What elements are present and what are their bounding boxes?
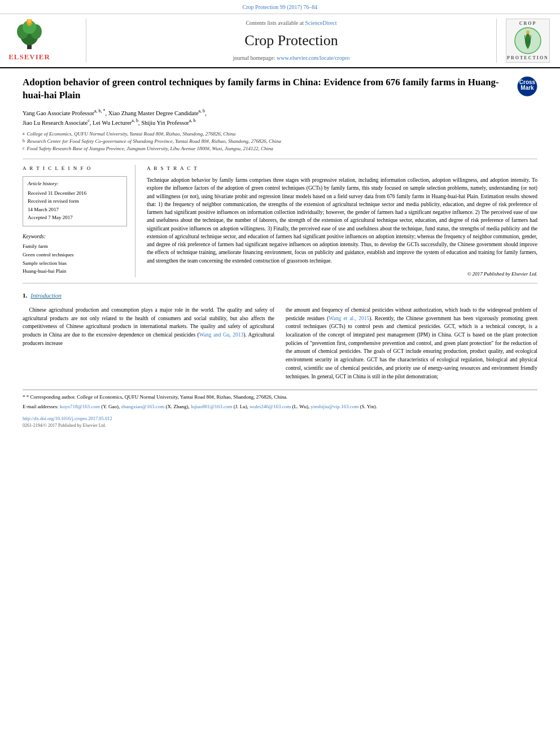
header-divider	[23, 159, 537, 159]
affiliation-a: a College of Economics, QUFU Normal Univ…	[23, 130, 537, 138]
link-wang-et-al[interactable]: Wang et al., 2015	[329, 316, 369, 321]
introduction-two-col: Chinese agricultural production and cons…	[23, 306, 537, 381]
email-link-wu[interactable]: wulei246@163.com	[250, 404, 291, 409]
link-wang-gu[interactable]: Wang and Gu, 2013	[199, 332, 244, 338]
affiliations: a College of Economics, QUFU Normal Univ…	[23, 130, 537, 152]
corresponding-author-text: * Corresponding author. College of Econo…	[27, 394, 287, 400]
affil-b-text: Research Center for Food Safety Co-gover…	[27, 138, 281, 145]
keyword-1: Family farm	[23, 243, 127, 250]
email-link-gao[interactable]: koyo718@163.com	[60, 404, 100, 409]
sciencedirect-link[interactable]: ScienceDirect	[305, 20, 336, 26]
email-link-yin[interactable]: yinshijiu@vip.163.com	[310, 404, 358, 409]
keywords-title: Keywords:	[23, 233, 127, 241]
svg-point-8	[526, 30, 530, 34]
star-symbol: *	[23, 394, 27, 400]
journal-reference-bar: Crop Protection 99 (2017) 76–84	[0, 0, 560, 14]
article-info-label: A R T I C L E I N F O	[23, 165, 127, 172]
elsevier-wordmark: ELSEVIER	[8, 52, 50, 62]
article-history-box: Article history: Received 31 December 20…	[23, 176, 127, 226]
accepted-date: Accepted 7 May 2017	[28, 214, 122, 221]
section-heading: Introduction	[30, 291, 62, 300]
author-comma: ,	[205, 110, 207, 116]
journal-header: ELSEVIER Contents lists available at Sci…	[0, 14, 560, 68]
elsevier-tree-icon	[7, 19, 52, 50]
intro-right-para: the amount and frequency of chemical pes…	[286, 306, 537, 381]
main-content: Adoption behavior of green control techn…	[0, 68, 560, 437]
crop-logo-bottom-text: PROTECTION	[507, 55, 549, 61]
crop-logo-icon	[514, 27, 542, 55]
author-yang-gao: Yang Gao Associate Professor	[23, 110, 94, 116]
doi-link[interactable]: http://dx.doi.org/10.1016/j.cropro.2017.…	[23, 416, 112, 421]
crossmark-icon: Cross Mark	[517, 76, 537, 97]
page-wrapper: Crop Protection 99 (2017) 76–84 ELSEVIER	[0, 0, 560, 437]
section-number: 1.	[23, 291, 27, 300]
crop-logo-area: CROP PROTECTION	[502, 19, 553, 63]
homepage-label: journal homepage:	[233, 55, 275, 61]
keyword-3: Sample selection bias	[23, 260, 127, 267]
introduction-section: 1. Introduction Chinese agricultural pro…	[23, 291, 537, 381]
homepage-url[interactable]: www.elsevier.com/locate/cropro	[277, 55, 349, 61]
email-link-zhang[interactable]: zhangxiao@163.com	[121, 404, 165, 409]
doi-line: http://dx.doi.org/10.1016/j.cropro.2017.…	[23, 415, 537, 422]
elsevier-logo-area: ELSEVIER	[7, 19, 80, 63]
article-title-section: Adoption behavior of green control techn…	[23, 76, 537, 102]
article-info-abstract-layout: A R T I C L E I N F O Article history: R…	[23, 165, 537, 278]
sciencedirect-line: Contents lists available at ScienceDirec…	[246, 19, 336, 27]
email-link-lu[interactable]: lujiao801@163.com	[191, 404, 233, 409]
author-xiao-zhang-sup: a, b	[199, 108, 205, 113]
abstract-divider	[23, 283, 537, 283]
corresponding-author-note: * * Corresponding author. College of Eco…	[23, 394, 537, 401]
abstract-label: A B S T R A C T	[147, 165, 537, 172]
homepage-line: journal homepage: www.elsevier.com/locat…	[233, 54, 350, 62]
copyright-line: © 2017 Published by Elsevier Ltd.	[147, 270, 537, 278]
svg-text:Mark: Mark	[520, 85, 534, 91]
authors-line: Yang Gao Associate Professora, b, *, Xia…	[23, 108, 537, 128]
author-shijiu-yin-sup: a, b	[189, 118, 196, 123]
email-note: E-mail addresses: koyo718@163.com (Y. Ga…	[23, 403, 537, 411]
article-info-column: A R T I C L E I N F O Article history: R…	[23, 165, 135, 278]
intro-col-left: Chinese agricultural production and cons…	[23, 306, 274, 381]
crop-protection-logo: CROP PROTECTION	[506, 19, 550, 63]
keyword-4: Huang-huai-hai Plain	[23, 268, 127, 275]
author-jiao-lu: Jiao Lu Research Associate	[23, 120, 88, 126]
intro-col-right: the amount and frequency of chemical pes…	[286, 306, 537, 381]
abstract-column: A B S T R A C T Technique adoption behav…	[147, 165, 537, 278]
received-date: Received 31 December 2016	[28, 190, 122, 197]
crop-logo-top-text: CROP	[519, 20, 537, 27]
affiliation-b: b Research Center for Food Safety Co-gov…	[23, 138, 537, 145]
journal-info-center: Contents lists available at ScienceDirec…	[86, 19, 497, 63]
author-yang-gao-sup: a, b, *	[94, 108, 106, 113]
abstract-text: Technique adoption behavior by family fa…	[147, 176, 537, 265]
author-lei-wu-sup: a, b	[132, 118, 138, 123]
footnotes: * * Corresponding author. College of Eco…	[23, 390, 537, 429]
journal-reference: Crop Protection 99 (2017) 76–84	[243, 4, 318, 10]
affil-a-text: College of Economics, QUFU Normal Univer…	[27, 130, 236, 138]
affiliation-c: c Food Safety Research Base of Jiangsu P…	[23, 145, 537, 152]
keywords-section: Keywords: Family farm Green control tech…	[23, 233, 127, 275]
affil-c-text: Food Safety Research Base of Jiangsu Pro…	[27, 145, 273, 152]
elsevier-logo: ELSEVIER	[7, 19, 52, 62]
revised-label: Received in revised form	[28, 198, 122, 205]
keyword-2: Green control techniques	[23, 251, 127, 259]
contents-available-label: Contents lists available at	[246, 20, 303, 26]
article-title: Adoption behavior of green control techn…	[23, 76, 511, 102]
email-label: E-mail addresses:	[23, 404, 59, 409]
revised-date: 14 March 2017	[28, 206, 122, 213]
issn-line: 0261-2194/© 2017 Published by Elsevier L…	[23, 422, 537, 429]
journal-title: Crop Protection	[244, 30, 338, 51]
article-history-title: Article history:	[28, 180, 122, 187]
intro-left-para: Chinese agricultural production and cons…	[23, 306, 274, 348]
